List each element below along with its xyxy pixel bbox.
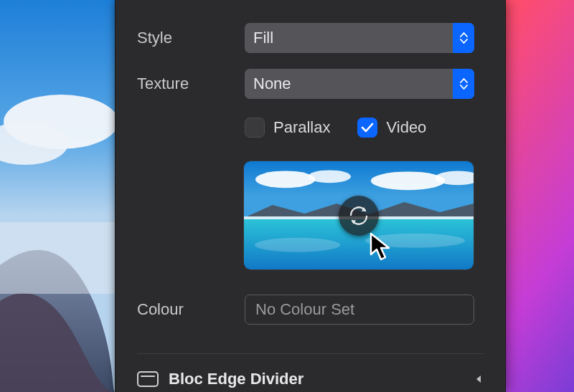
video-check[interactable]: Video	[357, 118, 426, 138]
refresh-icon	[347, 204, 371, 228]
colour-label: Colour	[137, 300, 245, 319]
colour-placeholder: No Colour Set	[255, 300, 354, 319]
colour-field[interactable]: No Colour Set	[245, 295, 474, 325]
svg-point-8	[371, 171, 445, 190]
texture-select-value: None	[253, 75, 291, 93]
chevron-up-down-icon	[453, 23, 474, 53]
svg-point-12	[255, 238, 340, 252]
checkbox-checked-icon	[357, 118, 377, 138]
style-select-value: Fill	[253, 29, 273, 47]
texture-select[interactable]: None	[245, 69, 474, 99]
checkbox-icon	[245, 118, 265, 138]
section-icon	[137, 371, 159, 387]
inspector-panel: Style Fill Texture None	[115, 0, 506, 392]
parallax-check-label: Parallax	[273, 118, 330, 137]
cursor-icon	[369, 231, 393, 263]
colour-row: Colour No Colour Set	[137, 295, 484, 325]
chevron-up-down-icon	[453, 69, 474, 99]
bloc-edge-divider-section[interactable]: Bloc Edge Divider	[137, 353, 484, 388]
video-check-label: Video	[386, 118, 426, 137]
svg-point-6	[255, 171, 315, 188]
video-thumbnail-row	[243, 161, 484, 270]
section-title: Bloc Edge Divider	[169, 370, 464, 388]
style-row: Style Fill	[137, 23, 484, 53]
texture-row: Texture None	[137, 69, 484, 99]
parallax-check[interactable]: Parallax	[245, 118, 330, 138]
video-thumbnail[interactable]	[243, 161, 474, 270]
texture-checks: Parallax Video	[245, 118, 484, 138]
replace-media-button[interactable]	[339, 196, 379, 236]
style-select[interactable]: Fill	[245, 23, 474, 53]
svg-point-7	[308, 170, 351, 183]
style-label: Style	[137, 29, 245, 47]
texture-label: Texture	[137, 75, 245, 93]
disclosure-left-icon	[474, 374, 484, 384]
